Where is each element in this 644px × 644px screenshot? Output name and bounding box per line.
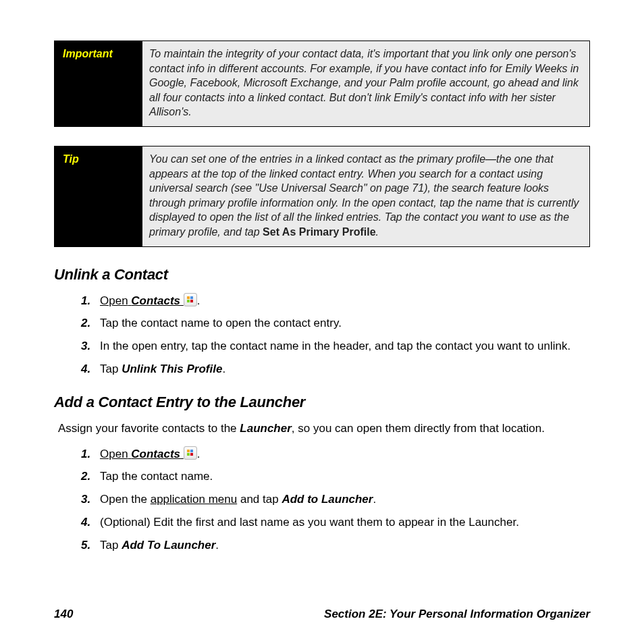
unlink-step-3: In the open entry, tap the contact name … — [81, 338, 590, 354]
unlink-step-1: Open Contacts . — [81, 293, 590, 309]
page-number: 140 — [54, 608, 73, 621]
launcher-intro-pre: Assign your favorite contacts to the — [58, 422, 240, 435]
contacts-app-name: Contacts — [131, 294, 180, 307]
launcher-step-3-pre: Open the — [100, 493, 151, 506]
launcher-step-5: Tap Add To Launcher. — [81, 537, 590, 554]
launcher-step-3-mid: and tap — [237, 493, 281, 506]
launcher-step-5-post: . — [215, 539, 219, 552]
add-to-launcher-2: Add To Launcher — [122, 539, 215, 552]
launcher-word: Launcher — [240, 422, 292, 435]
contacts-app-name-2: Contacts — [131, 448, 180, 460]
unlink-step-4-pre: Tap — [100, 363, 122, 375]
application-menu-link[interactable]: application menu — [151, 493, 238, 506]
unlink-steps: Open Contacts . Tap the contact name to … — [54, 293, 590, 377]
open-text: Open — [100, 294, 128, 307]
launcher-step-3-post: . — [373, 493, 376, 506]
section-title: Section 2E: Your Personal Information Or… — [324, 608, 590, 621]
unlink-this-profile: Unlink This Profile — [122, 363, 222, 375]
launcher-steps: Open Contacts . Tap the contact name. Op… — [54, 446, 590, 554]
tip-label: Tip — [55, 146, 142, 246]
heading-unlink-contact: Unlink a Contact — [54, 266, 590, 284]
launcher-intro: Assign your favorite contacts to the Lau… — [58, 421, 590, 437]
contacts-app-icon-2 — [184, 446, 197, 460]
open-link[interactable]: Open Contacts — [100, 294, 184, 307]
launcher-step-4: (Optional) Edit the first and last name … — [81, 514, 590, 531]
tip-callout: Tip You can set one of the entries in a … — [54, 146, 590, 247]
unlink-step-4: Tap Unlink This Profile. — [81, 361, 590, 377]
document-page: Important To maintain the integrity of y… — [0, 0, 644, 644]
tip-text: You can set one of the entries in a link… — [142, 146, 589, 246]
important-label: Important — [55, 41, 142, 126]
unlink-step-2: Tap the contact name to open the contact… — [81, 315, 590, 331]
add-to-launcher-1: Add to Launcher — [281, 493, 373, 506]
launcher-step-5-pre: Tap — [100, 539, 122, 552]
open-text-2: Open — [100, 448, 128, 460]
launcher-step-1: Open Contacts . — [81, 446, 590, 462]
heading-add-to-launcher: Add a Contact Entry to the Launcher — [54, 394, 590, 411]
launcher-step-3: Open the application menu and tap Add to… — [81, 491, 590, 508]
contacts-app-icon — [184, 293, 197, 306]
tip-text-pre: You can set one of the entries in a link… — [149, 153, 579, 238]
tip-text-bold: Set As Primary Profile — [263, 226, 375, 238]
tip-text-post: . — [376, 226, 379, 238]
launcher-intro-post: , so you can open them directly from tha… — [292, 422, 545, 435]
page-footer: 140 Section 2E: Your Personal Informatio… — [54, 608, 590, 621]
launcher-step-2: Tap the contact name. — [81, 468, 590, 485]
important-text: To maintain the integrity of your contac… — [142, 41, 589, 126]
important-callout: Important To maintain the integrity of y… — [54, 41, 590, 127]
open-link-2[interactable]: Open Contacts — [100, 448, 184, 460]
unlink-step-4-post: . — [222, 363, 225, 375]
